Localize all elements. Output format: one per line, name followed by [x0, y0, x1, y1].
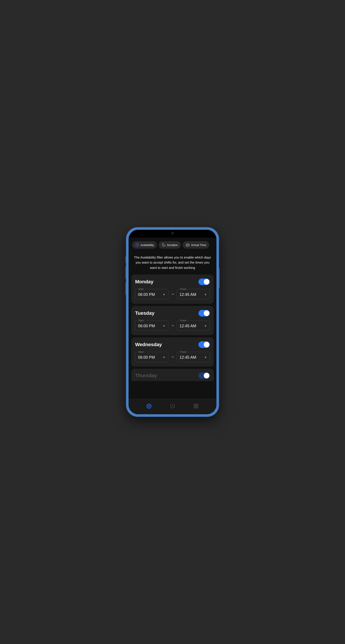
wednesday-time-row: Start 06:00 PM ▼ → Finish 12:45 AM ▼	[135, 352, 210, 362]
monday-start-label: Start	[138, 288, 144, 290]
wednesday-label: Wednesday	[135, 342, 162, 348]
tab-arrival-time[interactable]: Arrival Time	[183, 241, 209, 249]
tuesday-arrow: →	[171, 323, 174, 328]
thursday-label: Thursday	[135, 373, 157, 378]
wednesday-finish-value: 12:45 AM	[180, 355, 196, 360]
tab-availability[interactable]: Availability	[132, 241, 157, 249]
tuesday-finish-value: 12:45 AM	[180, 324, 196, 328]
monday-toggle-knob	[204, 279, 209, 285]
monday-start-value: 06:00 PM	[138, 292, 155, 297]
monday-label: Monday	[135, 279, 153, 285]
svg-point-4	[148, 406, 150, 407]
half-moon-icon	[162, 243, 166, 247]
tab-duration-label: Duration	[167, 243, 178, 247]
wednesday-toggle-knob	[204, 342, 209, 348]
filter-tab-bar: Availability Duration	[129, 238, 216, 251]
tuesday-finish-value-row: 12:45 AM ▼	[180, 324, 207, 328]
tab-availability-label: Availability	[140, 243, 154, 247]
bottom-navigation	[129, 399, 216, 414]
tuesday-start-chevron: ▼	[162, 324, 165, 328]
volume-silent-button[interactable]	[126, 256, 126, 263]
car-icon	[186, 243, 190, 247]
phone-screen: Availability Duration	[129, 230, 216, 414]
wednesday-header: Wednesday	[135, 341, 210, 348]
power-button[interactable]	[219, 268, 219, 288]
tuesday-finish-chevron: ▼	[204, 324, 207, 328]
wednesday-start-field[interactable]: Start 06:00 PM ▼	[135, 352, 168, 362]
wednesday-start-label: Start	[138, 350, 144, 353]
grid-icon	[193, 404, 199, 409]
phone-frame: Availability Duration	[126, 228, 219, 416]
wednesday-finish-field[interactable]: Finish 12:45 AM ▼	[177, 352, 210, 362]
monday-time-row: Start 06:00 PM ▼ → Finish 12:45 AM ▼	[135, 289, 210, 300]
monday-finish-chevron: ▼	[204, 293, 207, 296]
tuesday-start-value-row: 06:00 PM ▼	[138, 324, 165, 328]
tuesday-toggle[interactable]	[198, 310, 210, 316]
thursday-toggle[interactable]	[198, 372, 210, 379]
svg-rect-5	[194, 404, 196, 406]
tuesday-start-value: 06:00 PM	[138, 324, 155, 328]
tuesday-toggle-knob	[204, 310, 209, 316]
volume-up-button[interactable]	[126, 266, 126, 279]
monday-start-chevron: ▼	[162, 293, 165, 296]
wednesday-finish-chevron: ▼	[204, 356, 207, 359]
nav-gear-icon[interactable]	[146, 404, 152, 410]
svg-rect-8	[196, 406, 198, 408]
thursday-header: Thursday	[135, 372, 210, 379]
screen: Availability Duration	[129, 238, 216, 414]
days-list: Monday Start 06:00 PM ▼	[129, 274, 216, 399]
svg-rect-7	[194, 406, 196, 408]
gear-icon	[146, 404, 152, 409]
nav-grid-icon[interactable]	[193, 404, 199, 410]
wednesday-finish-label: Finish	[179, 350, 187, 353]
monday-header: Monday	[135, 278, 210, 285]
wednesday-arrow: →	[171, 355, 174, 359]
tab-duration[interactable]: Duration	[159, 241, 181, 249]
power-icon	[170, 404, 175, 409]
clock-icon	[135, 243, 139, 247]
tuesday-label: Tuesday	[135, 310, 154, 316]
wednesday-card: Wednesday Start 06:00 PM ▼	[131, 338, 214, 366]
tuesday-finish-field[interactable]: Finish 12:45 AM ▼	[177, 320, 210, 331]
tuesday-header: Tuesday	[135, 310, 210, 316]
wednesday-start-chevron: ▼	[162, 356, 165, 359]
tuesday-start-field[interactable]: Start 06:00 PM ▼	[135, 320, 168, 331]
filter-description: The Availability filter allows you to en…	[129, 251, 216, 274]
monday-toggle[interactable]	[198, 278, 210, 285]
wednesday-finish-value-row: 12:45 AM ▼	[180, 355, 207, 360]
wednesday-toggle[interactable]	[198, 341, 210, 348]
svg-rect-6	[196, 404, 198, 406]
tuesday-finish-label: Finish	[179, 319, 187, 322]
tuesday-start-label: Start	[138, 319, 144, 322]
thursday-card-peek: Thursday	[131, 369, 214, 381]
tuesday-card: Tuesday Start 06:00 PM ▼	[131, 306, 214, 335]
monday-finish-value-row: 12:45 AM ▼	[180, 292, 207, 297]
tuesday-time-row: Start 06:00 PM ▼ → Finish 12:45 AM ▼	[135, 320, 210, 331]
monday-arrow: →	[171, 292, 174, 296]
wednesday-start-value-row: 06:00 PM ▼	[138, 355, 165, 360]
monday-card: Monday Start 06:00 PM ▼	[131, 274, 214, 304]
thursday-toggle-knob	[204, 373, 209, 378]
monday-finish-label: Finish	[179, 288, 187, 290]
monday-start-field[interactable]: Start 06:00 PM ▼	[135, 289, 168, 300]
monday-finish-value: 12:45 AM	[180, 292, 196, 297]
front-camera	[171, 232, 174, 234]
tab-arrival-time-label: Arrival Time	[191, 243, 206, 247]
monday-finish-field[interactable]: Finish 12:45 AM ▼	[177, 289, 210, 300]
nav-power-icon[interactable]	[170, 404, 175, 410]
volume-down-button[interactable]	[126, 282, 126, 295]
monday-start-value-row: 06:00 PM ▼	[138, 292, 165, 297]
wednesday-start-value: 06:00 PM	[138, 355, 155, 360]
